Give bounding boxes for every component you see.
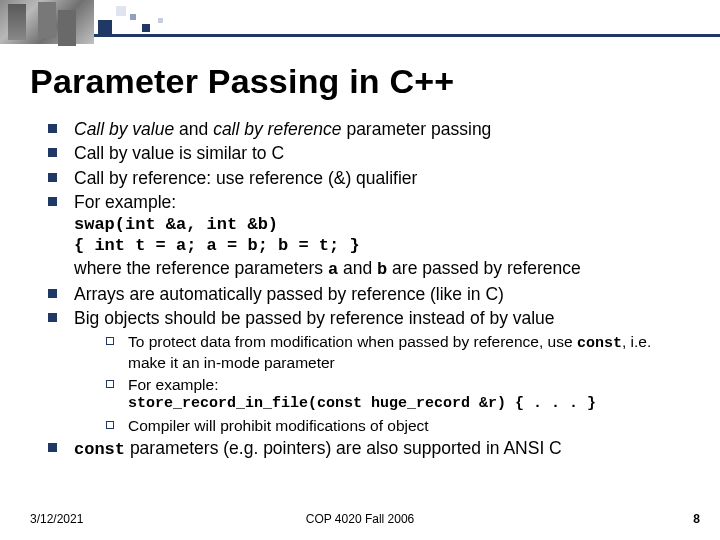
slide-title: Parameter Passing in C++: [30, 62, 454, 101]
slide: Parameter Passing in C++ Call by value a…: [0, 0, 720, 540]
square-icon: [142, 24, 150, 32]
code-inline: a: [328, 260, 338, 279]
text: For example:: [128, 376, 218, 393]
text: Big objects should be passed by referenc…: [74, 308, 555, 328]
list-item: Call by reference: use reference (&) qua…: [48, 167, 690, 189]
slide-body: Call by value and call by reference para…: [48, 118, 690, 463]
text: To protect data from modification when p…: [128, 333, 577, 350]
text: and: [338, 258, 377, 278]
text: and: [174, 119, 213, 139]
footer-course: COP 4020 Fall 2006: [0, 512, 720, 526]
text: where the reference parameters: [74, 258, 328, 278]
square-icon: [116, 6, 126, 16]
header-rule: [94, 34, 720, 37]
sub-bullet-list: To protect data from modification when p…: [74, 332, 690, 436]
code-inline: const: [577, 335, 622, 352]
bullet-list: Call by value and call by reference para…: [48, 118, 690, 461]
list-item: For example: store_record_in_file(const …: [106, 375, 690, 414]
list-item: Compiler will prohibit modifications of …: [106, 416, 690, 436]
text-italic: Call by value: [74, 119, 174, 139]
list-item: Call by value is similar to C: [48, 142, 690, 164]
list-item: Big objects should be passed by referenc…: [48, 307, 690, 435]
list-item: const parameters (e.g. pointers) are als…: [48, 437, 690, 461]
code-inline: const: [74, 440, 125, 459]
list-item: Arrays are automatically passed by refer…: [48, 283, 690, 305]
text: For example:: [74, 192, 176, 212]
list-item: To protect data from modification when p…: [106, 332, 690, 373]
text: parameters (e.g. pointers) are also supp…: [125, 438, 562, 458]
slide-top-decoration: [0, 0, 720, 44]
list-item: Call by value and call by reference para…: [48, 118, 690, 140]
square-icon: [158, 18, 163, 23]
square-icon: [98, 20, 112, 34]
list-item: For example: swap(int &a, int &b) { int …: [48, 191, 690, 281]
code-inline: b: [377, 260, 387, 279]
text: Call by value is similar to C: [74, 143, 284, 163]
text-italic: call by reference: [213, 119, 341, 139]
header-photo: [0, 0, 94, 44]
text: are passed by reference: [387, 258, 581, 278]
text: Arrays are automatically passed by refer…: [74, 284, 504, 304]
code-line: store_record_in_file(const huge_record &…: [128, 394, 690, 413]
text: parameter passing: [342, 119, 492, 139]
footer-page-number: 8: [693, 512, 700, 526]
text: where the reference parameters a and b a…: [74, 257, 690, 281]
text: Call by reference: use reference (&) qua…: [74, 168, 417, 188]
header-squares: [98, 6, 188, 34]
square-icon: [130, 14, 136, 20]
code-line: { int t = a; a = b; b = t; }: [74, 235, 690, 257]
text: Compiler will prohibit modifications of …: [128, 417, 429, 434]
code-line: swap(int &a, int &b): [74, 214, 690, 236]
